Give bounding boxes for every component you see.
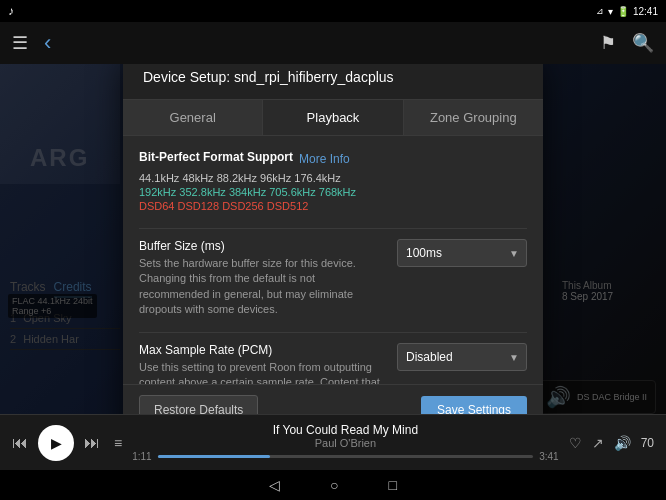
time-total: 3:41 <box>539 451 558 462</box>
volume-icon[interactable]: 🔊 <box>614 435 631 451</box>
freq-line-1: 44.1kHz 48kHz 88.2kHz 96kHz 176.4kHz <box>139 172 527 184</box>
time-current: 1:11 <box>132 451 151 462</box>
max-sample-rate-select[interactable]: Disabled 44.1kHz 48kHz 96kHz 192kHz 384k… <box>397 343 527 371</box>
buffer-size-select[interactable]: 100ms 200ms 500ms 1000ms <box>397 239 527 267</box>
track-title: If You Could Read My Mind <box>132 423 558 437</box>
search-icon[interactable]: 🔍 <box>632 32 654 54</box>
menu-icon[interactable]: ☰ <box>12 32 28 54</box>
queue-icon[interactable]: ≡ <box>114 435 122 451</box>
status-bar: ♪ ⊿ ▾ 🔋 12:41 <box>0 0 666 22</box>
progress-bar[interactable] <box>158 455 534 458</box>
status-bar-right: ⊿ ▾ 🔋 12:41 <box>596 6 658 17</box>
android-recents-button[interactable]: □ <box>389 477 397 493</box>
freq-line-3: DSD64 DSD128 DSD256 DSD512 <box>139 200 527 212</box>
buffer-size-control: 100ms 200ms 500ms 1000ms ▼ <box>397 239 527 267</box>
buffer-size-label: Buffer Size (ms) <box>139 239 385 253</box>
android-home-button[interactable]: ○ <box>330 477 338 493</box>
bit-perfect-title: Bit-Perfect Format Support <box>139 150 293 164</box>
max-sample-rate-desc: Use this setting to prevent Roon from ou… <box>139 360 385 384</box>
dialog-title: Device Setup: snd_rpi_hifiberry_dacplus <box>143 69 523 85</box>
player-bar: ⏮ ▶ ⏭ ≡ If You Could Read My Mind Paul O… <box>0 414 666 470</box>
tab-general[interactable]: General <box>123 100 263 135</box>
buffer-size-label-col: Buffer Size (ms) Sets the hardware buffe… <box>139 239 385 318</box>
buffer-size-row: Buffer Size (ms) Sets the hardware buffe… <box>139 239 527 318</box>
max-sample-rate-label-col: Max Sample Rate (PCM) Use this setting t… <box>139 343 385 384</box>
status-bar-left: ♪ <box>8 4 14 18</box>
player-right: ♡ ↗ 🔊 70 <box>569 435 654 451</box>
freq-line-2: 192kHz 352.8kHz 384kHz 705.6kHz 768kHz <box>139 186 527 198</box>
prev-button[interactable]: ⏮ <box>12 434 28 452</box>
top-nav-actions: ⚑ 🔍 <box>600 32 654 54</box>
tab-zone-grouping[interactable]: Zone Grouping <box>404 100 543 135</box>
more-info-link[interactable]: More Info <box>299 152 350 166</box>
bookmark-icon[interactable]: ⚑ <box>600 32 616 54</box>
wifi-icon: ▾ <box>608 6 613 17</box>
clock: 12:41 <box>633 6 658 17</box>
max-sample-rate-row: Max Sample Rate (PCM) Use this setting t… <box>139 343 527 384</box>
device-setup-dialog: Device Setup: snd_rpi_hifiberry_dacplus … <box>123 55 543 435</box>
max-sample-rate-select-wrapper: Disabled 44.1kHz 48kHz 96kHz 192kHz 384k… <box>397 343 527 371</box>
player-progress: 1:11 3:41 <box>132 451 558 462</box>
tab-playback[interactable]: Playback <box>263 100 403 135</box>
share-icon[interactable]: ↗ <box>592 435 604 451</box>
heart-icon[interactable]: ♡ <box>569 435 582 451</box>
next-button[interactable]: ⏭ <box>84 434 100 452</box>
track-artist: Paul O'Brien <box>132 437 558 449</box>
top-nav: ☰ ‹ ⚑ 🔍 <box>0 22 666 64</box>
player-track-info: If You Could Read My Mind Paul O'Brien 1… <box>132 423 558 462</box>
battery-icon: 🔋 <box>617 6 629 17</box>
buffer-size-select-wrapper: 100ms 200ms 500ms 1000ms ▼ <box>397 239 527 267</box>
app-icon: ♪ <box>8 4 14 18</box>
bit-perfect-section: Bit-Perfect Format Support More Info 44.… <box>139 150 527 212</box>
progress-fill <box>158 455 271 458</box>
buffer-size-desc: Sets the hardware buffer size for this d… <box>139 256 385 318</box>
android-nav-bar: ◁ ○ □ <box>0 470 666 500</box>
volume-value: 70 <box>641 436 654 450</box>
max-sample-rate-label: Max Sample Rate (PCM) <box>139 343 385 357</box>
android-back-button[interactable]: ◁ <box>269 477 280 493</box>
back-icon[interactable]: ‹ <box>44 30 51 56</box>
max-sample-rate-control: Disabled 44.1kHz 48kHz 96kHz 192kHz 384k… <box>397 343 527 371</box>
play-button[interactable]: ▶ <box>38 425 74 461</box>
player-controls: ⏮ ▶ ⏭ <box>12 425 100 461</box>
dialog-content: Bit-Perfect Format Support More Info 44.… <box>123 136 543 384</box>
dialog-tabs: General Playback Zone Grouping <box>123 100 543 136</box>
signal-icon: ⊿ <box>596 6 604 16</box>
